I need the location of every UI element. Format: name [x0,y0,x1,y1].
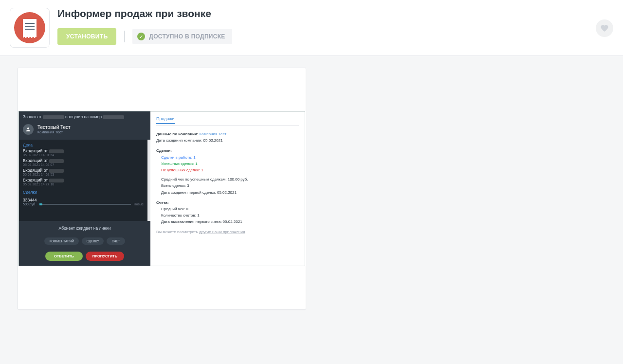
call-body: Дела Входящий от 05.02.2021 14:01:54 Вхо… [19,140,150,221]
app-icon [14,12,45,43]
header-actions: УСТАНОВИТЬ ✓ ДОСТУПНО В ПОДПИСКЕ [57,28,613,45]
company-section: Данные по компании: Компания Тест Дата с… [156,131,299,143]
invoice-pill[interactable]: СЧЕТ [107,237,125,245]
deals-success: Успешных сделок: 1 [161,161,299,166]
company-label: Данные по компании: [156,132,198,136]
screenshot-card: Звонок от поступил на номер Тестовый Тес… [18,68,306,309]
sales-tab[interactable]: Продажи [156,116,175,124]
blurred-number [43,115,64,119]
quick-actions: КОММЕНТАРИЙ СДЕЛКУ СЧЕТ [19,237,150,245]
sales-panel: Продажи Данные по компании: Компания Тес… [150,111,305,266]
deals-section: Сделки: Сделки в работе: 1 Успешных сдел… [156,148,299,195]
deal-price: 500 руб [23,202,37,206]
page-header: Информер продаж при звонке УСТАНОВИТЬ ✓ … [0,0,623,56]
total-deals: Всего сделок: 3 [161,183,299,188]
call-history-date: 05.02.2021 14:02:53 [23,173,144,176]
call-top-bar: Звонок от поступил на номер [19,111,150,122]
header-content: Информер продаж при звонке УСТАНОВИТЬ ✓ … [57,8,613,45]
deal-row: 333444 500 руб Новые [23,198,144,206]
footer-note: Вы можете посмотреть другие наши приложе… [156,229,299,235]
call-history-item: Входящий от [23,168,144,173]
call-panel-left: Звонок от поступил на номер Тестовый Тес… [19,111,150,266]
history-label: Дела [23,143,144,147]
caller-name: Тестовый Тест [37,125,71,130]
call-window: Звонок от поступил на номер Тестовый Тес… [18,111,305,266]
call-from-label: Звонок от [23,114,41,119]
user-icon [25,127,31,132]
first-deal-date: Дата создания первой сделки: 05.02.2021 [161,190,299,195]
call-history-item: Входящий от [23,158,144,163]
company-created-value: 05.02.2021 [203,138,223,143]
footer-prefix: Вы можете посмотреть [156,230,198,234]
call-history-date: 05.02.2021 14:01:54 [23,153,144,157]
call-history-item: Входящий от [23,178,144,182]
avg-check-deals: Средний чек по успешным сделкам: 100.00 … [161,177,299,182]
call-to-label: поступил на номер [65,114,102,119]
deal-name: 333444 [23,198,37,202]
caller-company: Компания Тест [37,130,71,134]
deals-in-progress: Сделки в работе: 1 [161,155,299,160]
invoices-count: Количество счетов: 1 [161,213,299,218]
subscription-badge: ✓ ДОСТУПНО В ПОДПИСКЕ [132,29,232,44]
skip-button[interactable]: ПРОПУСТИТЬ [86,252,124,261]
company-link[interactable]: Компания Тест [200,132,226,136]
comment-pill[interactable]: КОММЕНТАРИЙ [44,237,78,245]
subscription-text: ДОСТУПНО В ПОДПИСКЕ [149,33,225,40]
caller-row: Тестовый Тест Компания Тест [19,122,150,140]
app-icon-container [10,8,50,48]
wait-text: Абонент ожидает на линии [19,226,150,231]
avg-check: Средний чек: 0 [161,206,299,212]
call-footer: Абонент ожидает на линии КОММЕНТАРИЙ СДЕ… [19,221,150,266]
call-history-date: 05.02.2021 14:02:07 [23,163,144,166]
app-title: Информер продаж при звонке [57,8,613,19]
company-created-label: Дата создания компании: [156,138,202,143]
invoices-section: Счета: Средний чек: 0 Количество счетов:… [156,200,299,225]
deal-pill[interactable]: СДЕЛКУ [82,237,104,245]
deals-label: Сделки [23,190,144,195]
main-buttons: ОТВЕТИТЬ ПРОПУСТИТЬ [19,252,150,261]
body-area: Звонок от поступил на номер Тестовый Тес… [0,56,623,321]
check-icon: ✓ [137,33,145,40]
deal-stage: Новые [134,202,144,206]
deal-progress [39,200,131,205]
call-history-item: Входящий от [23,148,144,153]
invoices-header: Счета: [156,200,299,205]
first-invoice-date: Дата выставления первого счета: 05.02.20… [161,219,299,224]
call-history: Входящий от 05.02.2021 14:01:54 Входящий… [23,148,144,186]
call-history-date: 05.02.2021 14:27:18 [23,182,144,186]
favorite-button[interactable] [596,19,613,37]
tab-underline [156,125,299,126]
install-button[interactable]: УСТАНОВИТЬ [57,28,116,45]
receipt-icon [23,19,37,36]
avatar [23,124,34,135]
deals-fail: Не успешных сделок: 1 [161,167,299,173]
footer-link[interactable]: другие наши приложения [199,230,245,234]
deals-header: Сделки: [156,148,299,153]
divider [124,31,125,42]
answer-button[interactable]: ОТВЕТИТЬ [45,252,83,261]
heart-icon [600,24,609,33]
blurred-number [103,115,124,119]
